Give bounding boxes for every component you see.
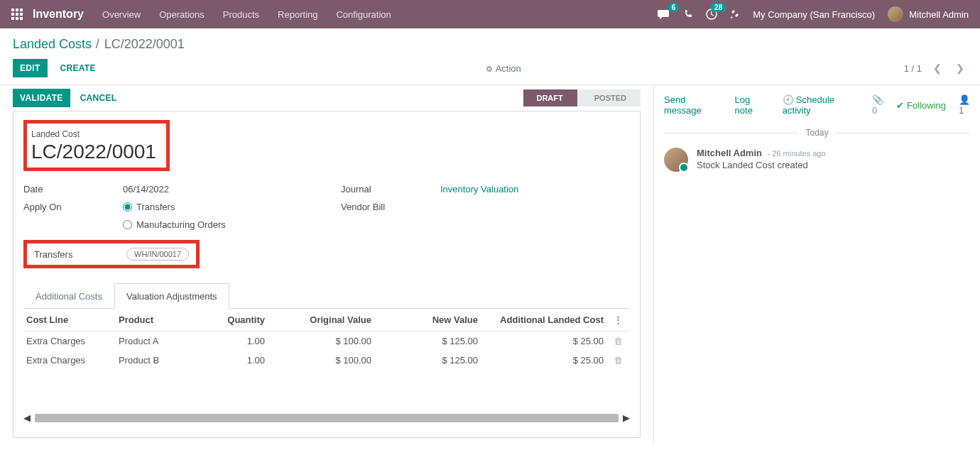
apply-on-mo-radio[interactable] — [123, 220, 132, 229]
send-message-button[interactable]: Send message — [664, 94, 719, 116]
cell-quantity: 1.00 — [208, 331, 272, 351]
paperclip-icon: 📎 — [872, 94, 883, 105]
followers-button[interactable]: 👤1 — [959, 94, 970, 116]
th-quantity[interactable]: Quantity — [208, 309, 272, 331]
top-nav: Inventory Overview Operations Products R… — [0, 0, 980, 28]
action-menu[interactable]: ⚙Action — [103, 63, 904, 74]
pager-prev[interactable]: ❮ — [930, 60, 944, 77]
apps-icon[interactable] — [11, 9, 23, 20]
nav-products[interactable]: Products — [223, 9, 259, 20]
company-switcher[interactable]: My Company (San Francisco) — [753, 9, 875, 20]
activities-badge: 28 — [711, 3, 726, 12]
app-brand[interactable]: Inventory — [33, 8, 84, 21]
delete-row-icon[interactable]: 🗑 — [611, 331, 630, 351]
cell-original-value: $ 100.00 — [272, 351, 379, 370]
nav-reporting[interactable]: Reporting — [278, 9, 317, 20]
gear-icon: ⚙ — [486, 65, 493, 74]
pager: 1 / 1 ❮ ❯ — [904, 60, 967, 77]
status-bar: Validate Cancel Draft Posted — [13, 85, 653, 111]
stage-posted[interactable]: Posted — [577, 89, 641, 106]
attachments-button[interactable]: 📎0 — [872, 94, 883, 116]
form-pane: Validate Cancel Draft Posted Landed Cost… — [0, 85, 653, 445]
edit-button[interactable]: Edit — [13, 59, 48, 77]
debug-icon[interactable] — [730, 9, 740, 19]
highlight-transfers: Transfers WH/IN/00017 — [23, 240, 200, 268]
message-time: - 26 minutes ago — [768, 149, 826, 158]
cell-additional: $ 25.00 — [485, 331, 611, 351]
breadcrumb-sep: / — [96, 37, 103, 51]
table-row[interactable]: Extra ChargesProduct A1.00$ 100.00$ 125.… — [23, 331, 630, 351]
user-menu[interactable]: Mitchell Admin — [888, 6, 969, 22]
title-label: Landed Cost — [31, 129, 156, 139]
scroll-left-icon[interactable]: ◀ — [23, 412, 31, 423]
cell-cost-line: Extra Charges — [23, 351, 116, 370]
th-cost-line[interactable]: Cost Line — [23, 309, 116, 331]
cell-product: Product B — [116, 351, 208, 370]
breadcrumb-current: LC/2022/0001 — [104, 37, 185, 51]
cancel-button[interactable]: Cancel — [80, 89, 124, 107]
transfers-label: Transfers — [34, 249, 126, 260]
scroll-right-icon[interactable]: ▶ — [623, 412, 630, 423]
nav-right: 6 28 My Company (San Francisco) Mitchell… — [658, 6, 969, 22]
tab-additional-costs[interactable]: Additional Costs — [23, 283, 114, 309]
check-icon: ✔ — [896, 100, 904, 111]
th-new-value[interactable]: New Value — [379, 309, 485, 331]
apply-on-mo-label: Manufacturing Orders — [136, 219, 226, 230]
date-label: Date — [23, 184, 123, 194]
phone-icon[interactable] — [683, 9, 693, 19]
breadcrumb-parent[interactable]: Landed Costs — [13, 37, 92, 51]
apply-on-transfers-radio[interactable] — [123, 202, 132, 212]
date-value: 06/14/2022 — [123, 184, 169, 194]
th-additional[interactable]: Additional Landed Cost — [485, 309, 611, 331]
tab-valuation-adjustments[interactable]: Valuation Adjustments — [114, 283, 229, 309]
cell-quantity: 1.00 — [208, 351, 272, 370]
validate-button[interactable]: Validate — [13, 89, 70, 107]
person-icon: 👤 — [959, 94, 970, 105]
schedule-activity-button[interactable]: 🕘Schedule activity — [783, 94, 856, 116]
stage-draft[interactable]: Draft — [523, 89, 577, 106]
pager-text: 1 / 1 — [904, 63, 922, 74]
form-columns: Date 06/14/2022 Apply On Transfers — [23, 184, 630, 268]
th-options[interactable]: ⋮ — [611, 309, 630, 331]
log-note-button[interactable]: Log note — [735, 94, 767, 116]
delete-row-icon[interactable]: 🗑 — [611, 351, 630, 370]
clock-icon: 🕘 — [783, 94, 794, 105]
th-original-value[interactable]: Original Value — [272, 309, 379, 331]
th-product[interactable]: Product — [116, 309, 208, 331]
following-button[interactable]: ✔Following — [896, 100, 946, 111]
statusbar: Draft Posted — [523, 89, 641, 106]
chatter: Send message Log note 🕘Schedule activity… — [653, 85, 980, 445]
cell-product: Product A — [116, 331, 208, 351]
valuation-table: Cost Line Product Quantity Original Valu… — [23, 309, 630, 370]
nav-configuration[interactable]: Configuration — [336, 9, 391, 20]
form-sheet: Landed Cost LC/2022/0001 Date 06/14/2022… — [13, 111, 641, 438]
nav-operations[interactable]: Operations — [159, 9, 205, 20]
nav-overview[interactable]: Overview — [102, 9, 141, 20]
breadcrumb: Landed Costs / LC/2022/0001 — [0, 28, 980, 59]
control-bar: Edit Create ⚙Action 1 / 1 ❮ ❯ — [0, 59, 980, 84]
scroll-track[interactable] — [35, 414, 619, 422]
apply-on-label: Apply On — [23, 202, 123, 212]
today-separator: Today — [664, 128, 970, 138]
messages-badge: 6 — [668, 3, 680, 12]
journal-value[interactable]: Inventory Valuation — [440, 184, 518, 194]
create-button[interactable]: Create — [53, 59, 103, 77]
message-author[interactable]: Mitchell Admin — [697, 148, 762, 158]
message-body: Stock Landed Cost created — [697, 160, 826, 170]
journal-label: Journal — [341, 184, 440, 194]
message-avatar[interactable] — [664, 148, 688, 172]
table-row[interactable]: Extra ChargesProduct B1.00$ 100.00$ 125.… — [23, 351, 630, 370]
highlight-title: Landed Cost LC/2022/0001 — [23, 120, 170, 171]
pager-next[interactable]: ❯ — [953, 60, 967, 77]
cell-original-value: $ 100.00 — [272, 331, 379, 351]
horizontal-scrollbar[interactable]: ◀ ▶ — [23, 412, 630, 423]
cell-additional: $ 25.00 — [485, 351, 611, 370]
messages-icon[interactable]: 6 — [658, 9, 670, 20]
transfer-tag[interactable]: WH/IN/00017 — [126, 248, 189, 261]
page-title: LC/2022/0001 — [31, 141, 156, 163]
avatar — [888, 6, 903, 22]
vendor-bill-label: Vendor Bill — [341, 202, 440, 212]
apply-on-transfers-label: Transfers — [136, 202, 175, 212]
cell-new-value: $ 125.00 — [379, 351, 485, 370]
activities-icon[interactable]: 28 — [706, 9, 717, 20]
